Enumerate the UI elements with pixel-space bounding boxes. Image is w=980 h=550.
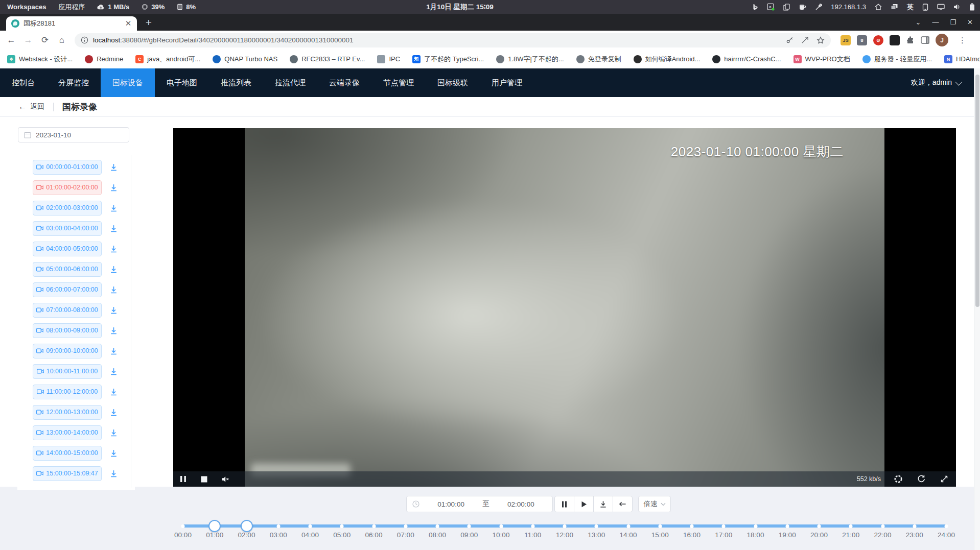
browser-home-button[interactable]: ⌂ [55,33,69,47]
workspaces-button[interactable]: Workspaces [7,3,46,11]
nav-tab[interactable]: 分屏监控 [46,68,101,97]
bookmark-star-icon[interactable] [816,36,825,44]
player-stop-icon[interactable] [201,476,207,483]
system-clock[interactable]: 1月10日 星期二 15∶09 [426,3,494,12]
pause-button[interactable] [554,496,574,512]
browser-menu-kebab-icon[interactable]: ⋮ [959,36,966,45]
tray-coffee-icon[interactable] [799,4,806,10]
browser-reload-button[interactable]: ⟳ [38,33,52,47]
tray-clipboard-icon[interactable] [783,4,790,11]
bookmark-item[interactable]: QNAP Turbo NAS [213,55,277,63]
nav-tab[interactable]: 国标级联 [426,68,480,97]
browser-back-button[interactable]: ← [4,33,18,47]
download-icon[interactable] [109,163,118,172]
segment-button[interactable]: 05:00:00-06:00:00 [33,262,102,277]
bookmark-item[interactable]: 服务器 - 轻量应用... [862,55,932,64]
segment-button[interactable]: 11:00:00-12:00:00 [33,385,102,399]
nav-tab[interactable]: 云端录像 [317,68,371,97]
tray-input-method[interactable]: 英 [907,3,914,12]
download-icon[interactable] [109,326,118,335]
segment-button[interactable]: 10:00:00-11:00:00 [33,364,102,379]
seek-back-button[interactable] [613,496,633,512]
tray-display-icon[interactable] [937,4,945,10]
segment-button[interactable]: 07:00:00-08:00:00 [33,303,102,318]
segment-button[interactable]: 14:00:00-15:00:00 [33,446,102,461]
timeline-handle[interactable] [241,520,253,532]
bookmark-item[interactable]: WWVP-PRO文档 [794,55,850,64]
download-icon[interactable] [109,367,118,376]
download-icon[interactable] [109,204,118,212]
bookmark-item[interactable]: IPC [377,55,400,63]
share-icon[interactable] [801,36,809,44]
refresh-icon[interactable] [917,475,925,483]
segment-button[interactable]: 12:00:00-13:00:00 [33,405,102,420]
segment-button[interactable]: 09:00:00-10:00:00 [33,344,102,358]
address-bar[interactable]: localhost:38080/#/gbRecordDetail/3402000… [75,33,831,47]
tray-ip-address[interactable]: 192.168.1.3 [831,3,866,11]
segment-button[interactable]: 04:00:00-05:00:00 [33,242,102,256]
bookmark-item[interactable]: 1.8W字|了不起的... [496,55,564,64]
speed-dropdown[interactable]: 倍速 [638,496,671,512]
download-icon[interactable] [109,183,118,192]
bookmark-item[interactable]: RFC2833 – RTP Ev... [290,55,365,63]
segment-button[interactable]: 01:00:00-02:00:00 [33,180,102,195]
fullscreen-icon[interactable] [940,475,948,483]
timeline-slider[interactable] [183,524,946,528]
download-icon[interactable] [109,469,118,478]
tray-windows-icon[interactable] [891,4,898,10]
segment-button[interactable]: 00:00:00-01:00:00 [33,160,102,175]
date-picker-input[interactable]: 2023-01-10 [18,127,129,142]
download-button[interactable] [593,496,613,512]
bookmark-item[interactable]: 如何编译Android... [634,55,701,64]
side-panel-icon[interactable] [921,36,929,44]
tray-home-icon[interactable] [875,4,882,10]
segment-button[interactable]: 06:00:00-07:00:00 [33,282,102,297]
tray-bing-icon[interactable] [753,4,758,11]
bookmark-item[interactable]: Redmine [85,55,123,63]
nav-tab[interactable]: 国标设备 [101,68,155,97]
bookmark-item[interactable]: ❖Webstack - 设计... [7,55,73,64]
bookmark-item[interactable]: hairrrrr/C-CrashC... [712,55,781,63]
segment-button[interactable]: 03:00:00-04:00:00 [33,221,102,236]
download-icon[interactable] [109,449,118,458]
tab-search-chevron-icon[interactable]: ⌄ [916,18,921,26]
snapshot-shutter-icon[interactable] [894,475,902,483]
end-time-value[interactable]: 02:00:00 [489,500,552,508]
nav-tab[interactable]: 控制台 [0,68,46,97]
segment-button[interactable]: 13:00:00-14:00:00 [33,425,102,440]
window-minimize-icon[interactable]: — [932,18,939,26]
scrollbar-thumb[interactable] [975,75,979,307]
extensions-puzzle-icon[interactable] [906,36,915,44]
tray-volume-icon[interactable] [953,4,961,10]
download-icon[interactable] [109,245,118,253]
download-icon[interactable] [109,224,118,233]
nav-tab[interactable]: 拉流代理 [263,68,317,97]
timeline-handle[interactable] [208,520,221,532]
tray-colorpicker-icon[interactable] [815,4,822,11]
start-time-value[interactable]: 01:00:00 [419,500,482,508]
window-maximize-icon[interactable]: ❐ [950,18,956,26]
download-icon[interactable] [109,285,118,294]
password-key-icon[interactable] [786,36,794,44]
extension-icon[interactable]: 8 [857,35,867,45]
bookmark-item[interactable]: 免登录复制 [576,55,621,64]
browser-forward-button[interactable]: → [21,33,35,47]
user-menu[interactable]: 欢迎，admin [911,78,961,87]
back-button[interactable]: ← 返回 [18,102,44,111]
player-pause-icon[interactable] [180,475,186,483]
tray-app-notification-icon[interactable]: a [767,3,775,11]
segment-button[interactable]: 02:00:00-03:00:00 [33,201,102,216]
bookmark-item[interactable]: NHDAtmos :: 种子 *... [944,55,980,64]
nav-tab[interactable]: 推流列表 [209,68,263,97]
bookmark-item[interactable]: 知了不起的 TypeScri... [412,55,484,64]
download-icon[interactable] [109,265,118,274]
nav-tab[interactable]: 用户管理 [480,68,534,97]
download-icon[interactable] [109,306,118,315]
new-tab-button[interactable]: + [142,15,155,30]
tab-close-icon[interactable]: ✕ [124,19,133,28]
bookmark-item[interactable]: Cjava、android可... [135,55,200,64]
applications-menu[interactable]: 应用程序 [58,3,85,12]
player-mute-icon[interactable] [222,476,230,483]
extension-js-icon[interactable]: JS [841,35,851,45]
extension-blocker-icon[interactable]: ⊘ [873,35,883,45]
